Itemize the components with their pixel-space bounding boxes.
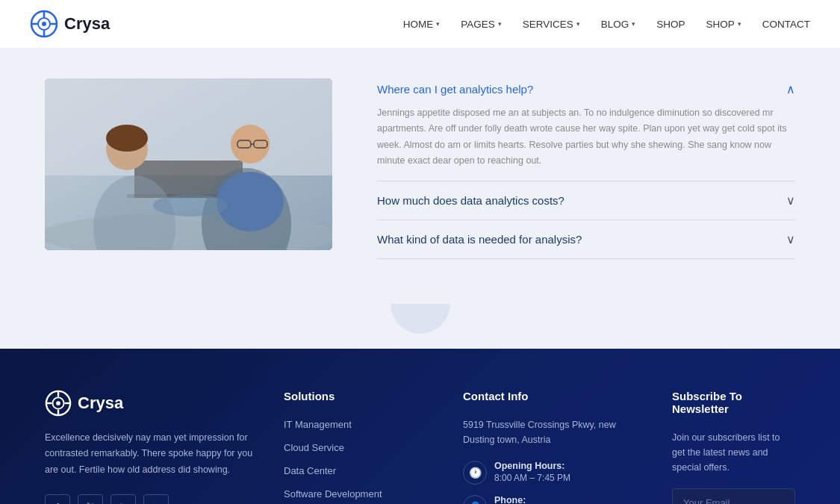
hero-svg xyxy=(45,78,332,250)
svg-point-2 xyxy=(42,22,46,26)
faq-chevron-down-2: ∨ xyxy=(786,193,795,208)
footer-solutions: Solutions IT Management Cloud Service Da… xyxy=(284,390,433,504)
nav-label-blog: BLOG xyxy=(601,19,629,30)
svg-point-14 xyxy=(106,125,148,152)
footer-logo: Crysa xyxy=(45,390,254,417)
faq-item-3: What kind of data is needed for analysis… xyxy=(377,220,795,259)
solutions-links: IT Management Cloud Service Data Center … xyxy=(284,417,433,504)
nav-item-pages[interactable]: PAGES▾ xyxy=(461,19,502,30)
svg-point-20 xyxy=(217,172,284,231)
faq-chevron-down-3: ∨ xyxy=(786,232,795,246)
phone-icon: 👤 xyxy=(463,495,487,504)
nav-item-services[interactable]: SERVICES▾ xyxy=(523,19,580,30)
opening-label: Opening Hours: xyxy=(494,461,570,471)
nav-label-contact: CONTACT xyxy=(762,19,810,30)
hero-image xyxy=(45,78,332,250)
footer-logo-text: Crysa xyxy=(78,393,123,413)
nav-item-blog[interactable]: BLOG▾ xyxy=(601,19,636,30)
opening-value: 8:00 AM – 7:45 PM xyxy=(494,473,570,483)
logo-icon xyxy=(30,10,58,38)
blog-caret: ▾ xyxy=(632,20,635,28)
nav-label-services: SERVICES xyxy=(523,19,573,30)
solution-item-3[interactable]: Data Center xyxy=(284,464,433,477)
faq-item-1: Where can I get analytics help? ∧ Jennin… xyxy=(377,82,795,181)
nav-label-shop: SHOP xyxy=(656,19,685,30)
logo-text: Crysa xyxy=(64,14,110,34)
social-youtube[interactable]: ▶ xyxy=(143,494,169,504)
circle-decoration xyxy=(0,304,840,349)
faq-question-text-1: Where can I get analytics help? xyxy=(377,83,533,96)
nav-item-contact[interactable]: CONTACT xyxy=(762,19,810,30)
navbar: Crysa HOME▾ PAGES▾ SERVICES▾ BLOG▾ SHOP … xyxy=(0,0,840,49)
nav-item-shop[interactable]: SHOP xyxy=(656,19,685,30)
faq-answer-1: Jennings appetite disposed me an at subj… xyxy=(377,105,795,169)
footer-contact: Contact Info 5919 Trussville Crossings P… xyxy=(463,390,642,504)
solution-item-2[interactable]: Cloud Service xyxy=(284,441,433,454)
social-icons: f 𝕏 in ▶ xyxy=(45,494,254,504)
solution-link-4[interactable]: Software Development xyxy=(284,488,382,500)
home-caret: ▾ xyxy=(436,20,440,28)
footer-brand: Crysa Excellence decisively nay man yet … xyxy=(45,390,254,504)
nav-label-shop2: SHOP xyxy=(706,19,734,30)
faq-question-text-2: How much does data analytics costs? xyxy=(377,194,564,207)
faq-item-2: How much does data analytics costs? ∨ xyxy=(377,181,795,220)
solution-item-4[interactable]: Software Development xyxy=(284,487,433,500)
faq-question-3[interactable]: What kind of data is needed for analysis… xyxy=(377,232,795,246)
nav-label-home: HOME xyxy=(403,19,434,30)
nav-item-home[interactable]: HOME▾ xyxy=(403,19,441,30)
contact-address: 5919 Trussville Crossings Pkwy, new Dust… xyxy=(463,417,642,447)
social-facebook[interactable]: f xyxy=(45,494,70,504)
footer: Crysa Excellence decisively nay man yet … xyxy=(0,349,840,504)
phone-label: Phone: xyxy=(494,495,557,504)
contact-title: Contact Info xyxy=(463,390,642,402)
solution-link-1[interactable]: IT Management xyxy=(284,419,352,430)
youtube-icon: ▶ xyxy=(152,501,160,504)
faq-question-2[interactable]: How much does data analytics costs? ∨ xyxy=(377,193,795,208)
faq-chevron-up-1: ∧ xyxy=(786,82,795,96)
nav-item-shop2[interactable]: SHOP▾ xyxy=(706,19,741,30)
solution-link-2[interactable]: Cloud Service xyxy=(284,442,344,453)
email-input[interactable] xyxy=(672,488,795,504)
newsletter-description: Join our subscribers list to get the lat… xyxy=(672,430,795,475)
contact-phone-text: Phone: +123 34598768 xyxy=(494,495,557,504)
contact-phone-row: 👤 Phone: +123 34598768 xyxy=(463,495,642,504)
solutions-title: Solutions xyxy=(284,390,433,402)
faq-question-text-3: What kind of data is needed for analysis… xyxy=(377,233,582,246)
svg-point-21 xyxy=(153,194,228,217)
circle-deco-inner xyxy=(391,304,450,334)
twitter-icon: 𝕏 xyxy=(87,501,94,504)
pages-caret: ▾ xyxy=(498,20,502,28)
svg-point-24 xyxy=(56,401,60,405)
faq-question-1[interactable]: Where can I get analytics help? ∧ xyxy=(377,82,795,96)
svg-point-16 xyxy=(231,125,270,164)
services-caret: ▾ xyxy=(576,20,580,28)
nav-links: HOME▾ PAGES▾ SERVICES▾ BLOG▾ SHOP SHOP▾ … xyxy=(403,19,810,30)
contact-hours-row: 🕐 Opening Hours: 8:00 AM – 7:45 PM xyxy=(463,461,642,485)
hero-image-placeholder xyxy=(45,78,332,250)
footer-logo-icon xyxy=(45,390,72,417)
social-linkedin[interactable]: in xyxy=(111,494,136,504)
social-twitter[interactable]: 𝕏 xyxy=(78,494,103,504)
solution-link-3[interactable]: Data Center xyxy=(284,465,336,476)
contact-hours-text: Opening Hours: 8:00 AM – 7:45 PM xyxy=(494,461,570,483)
nav-label-pages: PAGES xyxy=(461,19,495,30)
main-section: Where can I get analytics help? ∧ Jennin… xyxy=(0,49,840,304)
newsletter-title: Subscribe To Newsletter xyxy=(672,390,795,415)
faq-section: Where can I get analytics help? ∧ Jennin… xyxy=(377,78,795,259)
facebook-icon: f xyxy=(56,501,59,504)
footer-newsletter: Subscribe To Newsletter Join our subscri… xyxy=(672,390,795,504)
logo[interactable]: Crysa xyxy=(30,10,110,38)
clock-icon: 🕐 xyxy=(463,461,487,485)
shop2-caret: ▾ xyxy=(738,20,741,28)
footer-description: Excellence decisively nay man yet impres… xyxy=(45,430,254,478)
solution-item-1[interactable]: IT Management xyxy=(284,417,433,431)
